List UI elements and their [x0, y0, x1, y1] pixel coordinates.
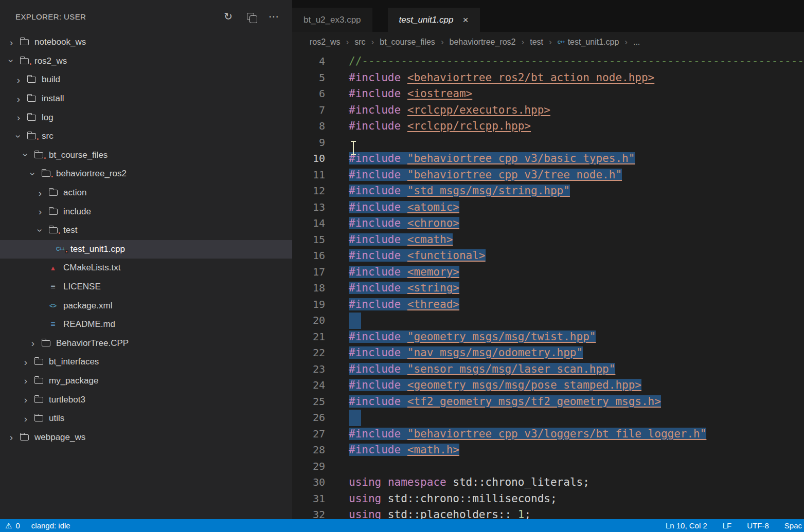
code-line-30[interactable]: 30using namespace std::chrono_literals;: [292, 474, 804, 491]
eol-indicator[interactable]: LF: [723, 521, 732, 530]
tree-item-turtlebot3[interactable]: ›turtlebot3: [0, 390, 292, 409]
tree-item-test_unit1.cpp[interactable]: C++test_unit1.cpp: [0, 240, 292, 259]
code-line-25[interactable]: 25#include <tf2_geometry_msgs/tf2_geomet…: [292, 394, 804, 410]
tree-item-LICENSE[interactable]: ≡LICENSE: [0, 278, 292, 297]
indentation-indicator[interactable]: Spac: [784, 521, 802, 530]
tree-item-action[interactable]: ›action: [0, 184, 292, 203]
line-number: 17: [292, 264, 325, 281]
code-line-13[interactable]: 13#include <atomic>: [292, 199, 804, 216]
editor-area: bt_u2_ex3.cpptest_unit1.cpp× ros2_ws›src…: [292, 0, 804, 519]
tree-item-bt_interfaces[interactable]: ›bt_interfaces: [0, 353, 292, 372]
chevron-collapsed-icon[interactable]: ›: [34, 188, 46, 198]
tree-item-log[interactable]: ›log: [0, 108, 292, 127]
tree-item-label: src: [42, 131, 53, 141]
code-line-31[interactable]: 31using std::chrono::milliseconds;: [292, 491, 804, 507]
code-line-9[interactable]: 9: [292, 135, 804, 151]
chevron-expanded-icon[interactable]: ›: [21, 149, 31, 161]
explorer-sidebar: EXPLORER: USER ↻ ⋯ ›notebook_ws›ros2_ws›…: [0, 0, 292, 519]
tree-item-my_package[interactable]: ›my_package: [0, 372, 292, 391]
code-line-22[interactable]: 22#include "nav_msgs/msg/odometry.hpp": [292, 345, 804, 361]
code-line-18[interactable]: 18#include <string>: [292, 280, 804, 297]
code-line-6[interactable]: 6#include <iostream>: [292, 86, 804, 102]
breadcrumb-item[interactable]: ...: [633, 38, 640, 47]
folder-icon: [32, 378, 45, 384]
chevron-collapsed-icon[interactable]: ›: [12, 94, 25, 104]
tree-item-README.md[interactable]: ≡README.md: [0, 315, 292, 334]
chevron-collapsed-icon[interactable]: ›: [5, 432, 17, 442]
cursor-position[interactable]: Ln 10, Col 2: [666, 521, 707, 530]
chevron-collapsed-icon[interactable]: ›: [12, 75, 25, 85]
refresh-icon[interactable]: ↻: [224, 11, 233, 22]
code-line-20[interactable]: 20: [292, 313, 804, 329]
chevron-collapsed-icon[interactable]: ›: [20, 414, 32, 424]
tree-item-include[interactable]: ›include: [0, 202, 292, 221]
code-line-15[interactable]: 15#include <cmath>: [292, 232, 804, 248]
tree-item-label: build: [42, 75, 60, 85]
tree-item-src[interactable]: ›src: [0, 127, 292, 146]
copy-icon[interactable]: [247, 13, 254, 20]
code-line-23[interactable]: 23#include "sensor_msgs/msg/laser_scan.h…: [292, 361, 804, 378]
code-line-10[interactable]: 10#include "behaviortree_cpp_v3/basic_ty…: [292, 151, 804, 167]
clangd-status[interactable]: clangd: idle: [31, 521, 70, 530]
chevron-collapsed-icon[interactable]: ›: [20, 357, 32, 367]
more-actions-icon[interactable]: ⋯: [269, 11, 279, 22]
folder-icon: [32, 359, 45, 365]
code-line-11[interactable]: 11#include "behaviortree_cpp_v3/tree_nod…: [292, 167, 804, 184]
tree-item-CMakeLists.txt[interactable]: ▲CMakeLists.txt: [0, 259, 292, 278]
chevron-expanded-icon[interactable]: ›: [35, 224, 45, 236]
chevron-expanded-icon[interactable]: ›: [7, 55, 16, 67]
chevron-collapsed-icon[interactable]: ›: [5, 38, 17, 47]
breadcrumb-item[interactable]: bt_course_files: [380, 38, 435, 47]
code-line-28[interactable]: 28#include <math.h>: [292, 442, 804, 458]
tree-item-label: install: [42, 94, 64, 104]
code-line-27[interactable]: 27#include "behaviortree_cpp_v3/loggers/…: [292, 426, 804, 443]
code-editor[interactable]: 4//-------------------------------------…: [292, 52, 804, 519]
tree-item-install[interactable]: ›install: [0, 89, 292, 108]
code-line-16[interactable]: 16#include <functional>: [292, 248, 804, 264]
breadcrumb-item[interactable]: ros2_ws: [310, 38, 341, 47]
code-line-24[interactable]: 24#include <geometry_msgs/msg/pose_stamp…: [292, 377, 804, 394]
chevron-collapsed-icon[interactable]: ›: [20, 395, 32, 405]
tree-item-label: my_package: [49, 376, 98, 386]
code-line-17[interactable]: 17#include <memory>: [292, 264, 804, 281]
tree-item-build[interactable]: ›build: [0, 70, 292, 89]
problems-indicator[interactable]: ⚠ 0: [5, 521, 20, 530]
chevron-collapsed-icon[interactable]: ›: [27, 338, 39, 348]
folder-icon: [17, 434, 31, 441]
code-line-21[interactable]: 21#include "geometry_msgs/msg/twist.hpp": [292, 329, 804, 345]
tree-item-test[interactable]: ›test: [0, 221, 292, 240]
close-icon[interactable]: ×: [462, 14, 468, 26]
tree-item-behaviortree_ros2[interactable]: ›behaviortree_ros2: [0, 164, 292, 184]
chevron-expanded-icon[interactable]: ›: [14, 130, 24, 142]
tree-item-BehaviorTree.CPP[interactable]: ›BehaviorTree.CPP: [0, 334, 292, 353]
code-line-5[interactable]: 5#include <behaviortree_ros2/bt_action_n…: [292, 70, 804, 86]
tab-bt_u2_ex3.cpp[interactable]: bt_u2_ex3.cpp: [292, 8, 372, 32]
code-line-7[interactable]: 7#include <rclcpp/executors.hpp>: [292, 102, 804, 119]
breadcrumb-item[interactable]: src: [354, 38, 365, 47]
code-line-8[interactable]: 8#include <rclcpp/rclcpp.hpp>: [292, 118, 804, 135]
code-line-29[interactable]: 29: [292, 458, 804, 475]
tab-test_unit1.cpp[interactable]: test_unit1.cpp×: [388, 8, 480, 32]
code-line-4[interactable]: 4//-------------------------------------…: [292, 53, 804, 70]
encoding-indicator[interactable]: UTF-8: [747, 521, 769, 530]
code-line-14[interactable]: 14#include <chrono>: [292, 215, 804, 232]
code-line-26[interactable]: 26: [292, 410, 804, 426]
code-line-19[interactable]: 19#include <thread>: [292, 297, 804, 313]
chevron-collapsed-icon[interactable]: ›: [12, 113, 25, 122]
code-line-32[interactable]: 32using std::placeholders::_1;: [292, 507, 804, 519]
tree-item-notebook_ws[interactable]: ›notebook_ws: [0, 33, 292, 52]
cmake-file-icon: ▲: [46, 265, 60, 271]
tree-item-bt_course_files[interactable]: ›bt_course_files: [0, 146, 292, 165]
tree-item-utils[interactable]: ›utils: [0, 409, 292, 428]
chevron-collapsed-icon[interactable]: ›: [34, 207, 46, 216]
code-line-12[interactable]: 12#include "std_msgs/msg/string.hpp": [292, 183, 804, 199]
tree-item-webpage_ws[interactable]: ›webpage_ws: [0, 428, 292, 447]
breadcrumb-item[interactable]: C++test_unit1.cpp: [558, 38, 619, 47]
chevron-expanded-icon[interactable]: ›: [28, 168, 38, 180]
breadcrumb-item[interactable]: test: [530, 38, 543, 47]
tree-item-package.xml[interactable]: <>package.xml: [0, 296, 292, 315]
chevron-collapsed-icon[interactable]: ›: [20, 376, 32, 386]
breadcrumb-label: ...: [633, 38, 640, 47]
tree-item-ros2_ws[interactable]: ›ros2_ws: [0, 52, 292, 71]
breadcrumb-item[interactable]: behaviortree_ros2: [450, 38, 516, 47]
